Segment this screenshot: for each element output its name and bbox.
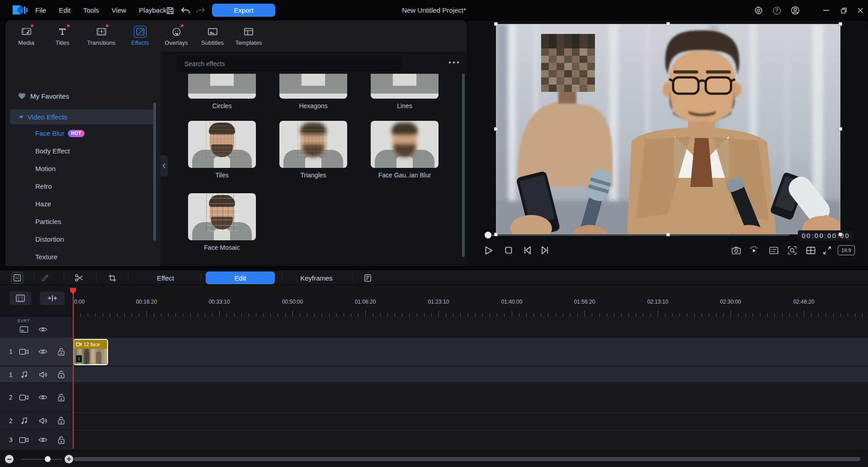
playback-log-icon[interactable] bbox=[768, 244, 779, 256]
sidebar-item-distortion[interactable]: Distortion bbox=[35, 235, 64, 243]
collapse-sidebar-button[interactable] bbox=[160, 155, 168, 176]
track-lock-icon[interactable] bbox=[56, 392, 66, 402]
help-icon[interactable]: ? bbox=[771, 5, 782, 16]
keyframes-tab[interactable]: Keyframes bbox=[294, 270, 339, 286]
menu-tools[interactable]: Tools bbox=[83, 6, 99, 14]
selection-handle[interactable] bbox=[666, 233, 670, 236]
selection-handle[interactable] bbox=[839, 22, 842, 26]
effect-card-face-gaussian-blur[interactable]: Face Gau..ian Blur bbox=[371, 121, 439, 179]
save-icon[interactable] bbox=[165, 5, 175, 16]
track-mute-icon[interactable] bbox=[38, 416, 48, 426]
timeline-ruler[interactable]: 0:00 00:16:20 00:33:10 00:50:00 01:06:20… bbox=[72, 299, 867, 317]
video-lane-3[interactable] bbox=[72, 430, 868, 450]
track-lock-icon[interactable] bbox=[56, 347, 66, 357]
zoom-out-button[interactable] bbox=[5, 455, 14, 463]
track-mute-icon[interactable] bbox=[38, 370, 48, 380]
play-button[interactable] bbox=[483, 244, 495, 256]
selection-handle[interactable] bbox=[666, 22, 670, 26]
maximize-button[interactable] bbox=[838, 5, 849, 16]
tab-subtitles[interactable]: Subtitles bbox=[194, 23, 231, 50]
stop-button[interactable] bbox=[503, 244, 514, 256]
record-frame-icon[interactable] bbox=[11, 272, 23, 284]
zoom-preview-icon[interactable] bbox=[786, 244, 798, 256]
sidebar-item-motion[interactable]: Motion bbox=[35, 165, 56, 172]
playhead-line[interactable] bbox=[73, 289, 74, 449]
sidebar-item-retro[interactable]: Retro bbox=[35, 182, 52, 190]
timeline-clip-12-face[interactable]: 12.face i bbox=[73, 339, 108, 365]
audio-lane-2[interactable] bbox=[72, 412, 868, 429]
settings-gear-icon[interactable] bbox=[753, 5, 764, 16]
tab-effects[interactable]: Effects bbox=[122, 23, 158, 50]
selection-handle[interactable] bbox=[494, 22, 498, 26]
audio-lane-1[interactable] bbox=[72, 367, 868, 382]
sidebar-group-video-effects[interactable]: Video Effects bbox=[10, 110, 156, 124]
menu-edit[interactable]: Edit bbox=[59, 6, 71, 14]
sidebar-item-haze[interactable]: Haze bbox=[35, 200, 51, 208]
selection-handle[interactable] bbox=[839, 127, 842, 131]
timeline-horizontal-scrollbar[interactable] bbox=[74, 457, 860, 461]
track-visibility-icon[interactable] bbox=[38, 324, 48, 334]
preview-seek-bar[interactable] bbox=[488, 235, 789, 236]
sidebar-item-body-effect[interactable]: Body Effect bbox=[35, 147, 70, 155]
account-icon[interactable] bbox=[790, 5, 801, 16]
sidebar-item-particles[interactable]: Particles bbox=[35, 218, 61, 225]
tab-templates[interactable]: Templates bbox=[231, 23, 267, 50]
track-lock-icon[interactable] bbox=[56, 435, 66, 445]
effects-search-input[interactable] bbox=[177, 56, 402, 71]
scissors-cut-icon[interactable] bbox=[73, 272, 85, 284]
track-visibility-icon[interactable] bbox=[38, 347, 48, 357]
snap-to-playhead-button[interactable] bbox=[40, 291, 65, 305]
zoom-slider-track[interactable] bbox=[21, 459, 62, 460]
video-lane-1[interactable] bbox=[72, 338, 868, 366]
crop-icon[interactable] bbox=[106, 272, 118, 284]
undo-icon[interactable] bbox=[180, 5, 191, 16]
selection-handle[interactable] bbox=[494, 127, 498, 131]
fullscreen-icon[interactable] bbox=[821, 244, 833, 256]
playhead-marker[interactable] bbox=[70, 288, 76, 294]
subtitle-lane[interactable] bbox=[72, 317, 868, 337]
sidebar-item-texture[interactable]: Texture bbox=[35, 253, 57, 261]
track-lock-icon[interactable] bbox=[56, 370, 66, 380]
tab-titles[interactable]: Titles bbox=[44, 23, 80, 50]
sidebar-item-face-blur[interactable]: Face Blur HOT bbox=[35, 129, 85, 137]
sidebar-item-favorites[interactable]: My Favorites bbox=[18, 92, 69, 100]
menu-view[interactable]: View bbox=[112, 6, 126, 14]
effect-card-face-mosaic[interactable]: Face Mosaic bbox=[188, 193, 256, 251]
edit-tab[interactable]: Edit bbox=[206, 272, 275, 284]
track-visibility-icon[interactable] bbox=[38, 435, 48, 445]
zoom-slider-handle[interactable] bbox=[45, 456, 51, 462]
next-frame-button[interactable] bbox=[539, 244, 551, 256]
razor-icon[interactable] bbox=[39, 272, 51, 284]
previous-frame-button[interactable] bbox=[522, 244, 533, 256]
tab-transitions[interactable]: Transitions bbox=[80, 23, 122, 50]
effects-grid-scrollbar[interactable] bbox=[462, 65, 465, 257]
menu-playback[interactable]: Playback bbox=[139, 6, 166, 14]
effects-search-bar[interactable] bbox=[177, 56, 402, 71]
sidebar-scrollbar[interactable] bbox=[153, 103, 156, 241]
track-lock-icon[interactable] bbox=[56, 416, 66, 426]
close-button[interactable] bbox=[855, 5, 866, 16]
track-visibility-icon[interactable] bbox=[38, 392, 48, 402]
effect-card-triangles[interactable]: Triangles bbox=[279, 121, 347, 179]
minimize-button[interactable] bbox=[821, 5, 831, 16]
adjustment-list-icon[interactable] bbox=[362, 272, 373, 284]
redo-icon[interactable] bbox=[195, 5, 206, 16]
render-preview-icon[interactable] bbox=[748, 244, 760, 256]
snapshot-camera-icon[interactable] bbox=[730, 244, 742, 256]
storyboard-view-button[interactable] bbox=[9, 291, 31, 305]
tab-media[interactable]: Media bbox=[8, 23, 44, 50]
tab-overlays[interactable]: Overlays bbox=[158, 23, 194, 50]
video-preview[interactable] bbox=[496, 24, 840, 234]
aspect-ratio-button[interactable]: 16:9 bbox=[838, 245, 855, 255]
menu-file[interactable]: File bbox=[35, 6, 46, 14]
effect-tab[interactable]: Effect bbox=[147, 270, 184, 286]
more-options-icon[interactable] bbox=[449, 62, 459, 63]
selection-handle[interactable] bbox=[839, 233, 842, 236]
split-screen-icon[interactable] bbox=[805, 244, 816, 256]
video-lane-2[interactable] bbox=[72, 383, 868, 411]
effect-card-tiles[interactable]: Tiles bbox=[188, 121, 256, 179]
preview-seek-handle[interactable] bbox=[485, 232, 491, 238]
selection-handle[interactable] bbox=[494, 233, 498, 236]
export-button[interactable]: Export bbox=[212, 4, 275, 17]
zoom-in-button[interactable] bbox=[65, 455, 73, 463]
